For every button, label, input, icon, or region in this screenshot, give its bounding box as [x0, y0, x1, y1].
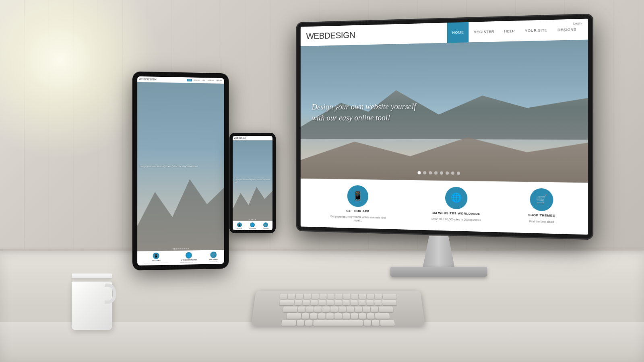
key: [347, 306, 354, 312]
tablet-shop-title: SHOP THEMES: [209, 259, 217, 260]
key: [367, 294, 374, 299]
tablet-hero-text: Design your own website yourself with ou…: [139, 165, 198, 169]
tablet-feature-shop: 🛒 SHOP THEMES Find the best deals: [209, 251, 217, 262]
logo-light: DESIGN: [324, 30, 355, 41]
hero-dot-5[interactable]: [440, 171, 443, 175]
phone-header: WEBDESIGN: [233, 136, 272, 140]
mug-handle: [105, 284, 116, 304]
tablet-nav-site[interactable]: YOUR SITE: [207, 79, 215, 82]
tablet-dot-2[interactable]: [175, 248, 177, 249]
nav-your-site[interactable]: YOUR SITE: [520, 20, 553, 41]
site-hero: Design your own website yourself with ou…: [301, 40, 588, 183]
tablet-website: WEBDESIGN HOME REGISTER HELP YOUR SITE D…: [137, 76, 224, 265]
tablet-worldwide-desc: More than 80,000 sites in 200 countries: [180, 261, 198, 263]
phone-feature-shop: 🛒 SHOP THEMES: [263, 222, 269, 229]
key: [343, 300, 350, 305]
phone-dot-4[interactable]: [254, 219, 254, 220]
tablet-dot-3[interactable]: [178, 248, 179, 249]
key: [306, 306, 314, 312]
key: [327, 294, 334, 299]
phone-dot-5[interactable]: [255, 219, 256, 220]
key: [351, 294, 358, 299]
tablet-dot-6[interactable]: [184, 248, 185, 249]
key: [280, 294, 287, 299]
key-cmd-r: [363, 320, 371, 326]
tablet: WEBDESIGN HOME REGISTER HELP YOUR SITE D…: [132, 71, 229, 270]
tablet-worldwide-icon: 🌐: [186, 252, 192, 259]
hero-dot-4[interactable]: [434, 171, 438, 175]
key: [326, 313, 333, 319]
tablet-dot-5[interactable]: [182, 248, 183, 249]
phone-logo: WEBDESIGN: [234, 137, 246, 139]
key-opt-l: [297, 320, 304, 326]
keyboard: [251, 291, 425, 326]
key: [343, 313, 350, 319]
tablet-nav: HOME REGISTER HELP YOUR SITE DESIGNS: [187, 79, 223, 82]
key-cmd-l: [305, 320, 313, 326]
tablet-logo: WEBDESIGN: [139, 78, 156, 81]
key: [374, 294, 382, 299]
worldwide-desc: More than 80,000 sites in 200 countries: [431, 217, 481, 222]
key: [318, 300, 326, 305]
app-icon: 📱: [347, 185, 368, 207]
hero-headline: Design your own website yourself with ou…: [312, 101, 428, 123]
key: [335, 294, 343, 299]
tablet-dot-1[interactable]: [173, 248, 175, 249]
key-caps: [283, 306, 297, 312]
site-logo: WEBDESIGN: [306, 30, 355, 41]
hero-dot-1[interactable]: [418, 171, 421, 174]
tablet-nav-home[interactable]: HOME: [187, 79, 192, 81]
shop-icon: 🛒: [530, 188, 553, 212]
phone-dot-2[interactable]: [251, 219, 252, 220]
key-ctrl-l: [281, 320, 296, 326]
key: [330, 306, 338, 312]
key: [310, 300, 318, 305]
logo-bold: WEB: [306, 31, 324, 41]
monitor-screen: WEBDESIGN Login HOME REGISTER HELP YOUR …: [301, 19, 588, 235]
key: [339, 306, 346, 312]
phone-feature-app: 📱 GET OUR APP: [237, 222, 242, 229]
phone-hero: Design your own website yourself with ou…: [233, 140, 272, 221]
tablet-dot-4[interactable]: [180, 248, 181, 249]
monitor-stand-base: [390, 267, 487, 277]
tablet-nav-designs[interactable]: DESIGNS: [216, 79, 223, 82]
tablet-app-title: GET OUR APP: [152, 260, 161, 261]
phone-shop-icon: 🛒: [263, 222, 268, 227]
key-space: [313, 320, 363, 326]
nav-help[interactable]: HELP: [499, 21, 520, 41]
nav-home[interactable]: HOME: [447, 22, 469, 43]
key: [359, 313, 366, 319]
tablet-feature-app: 📱 GET OUR APP Get paperless information,…: [144, 253, 169, 264]
key-shift-r: [375, 313, 390, 319]
tablet-dots: [173, 248, 189, 250]
nav-register[interactable]: REGISTER: [469, 21, 500, 43]
phone-features: 📱 GET OUR APP 🌐 1M WORLDWIDE 🛒 SHOP THEM…: [233, 221, 272, 230]
phone-website: WEBDESIGN Design your own website yourse…: [233, 136, 272, 230]
key: [287, 294, 295, 299]
key: [322, 306, 330, 312]
hero-dot-6[interactable]: [446, 171, 449, 175]
login-link[interactable]: Login: [573, 21, 582, 25]
worldwide-icon: 🌐: [445, 187, 467, 209]
monitor-outer: WEBDESIGN Login HOME REGISTER HELP YOUR …: [296, 14, 593, 240]
phone-dot-1[interactable]: [250, 219, 250, 220]
key: [302, 300, 310, 305]
hero-dot-8[interactable]: [457, 171, 460, 175]
key: [319, 294, 326, 299]
key: [294, 300, 302, 305]
tablet-dot-7[interactable]: [186, 248, 187, 249]
tablet-nav-register[interactable]: REGISTER: [193, 79, 200, 81]
hero-dot-2[interactable]: [423, 171, 426, 174]
tablet-shop-icon: 🛒: [210, 251, 217, 258]
key-tab: [280, 300, 294, 305]
hero-dot-7[interactable]: [451, 171, 454, 175]
phone-app-title: GET OUR APP: [237, 228, 242, 229]
keyboard-row-4: [256, 313, 420, 319]
key: [334, 300, 342, 305]
phone-dot-3[interactable]: [252, 219, 253, 220]
tablet-dot-8[interactable]: [188, 248, 189, 249]
phone-worldwide-title: 1M WORLDWIDE: [249, 228, 256, 229]
hero-dot-3[interactable]: [429, 171, 432, 175]
tablet-nav-help[interactable]: HELP: [201, 79, 206, 82]
key: [343, 294, 350, 299]
